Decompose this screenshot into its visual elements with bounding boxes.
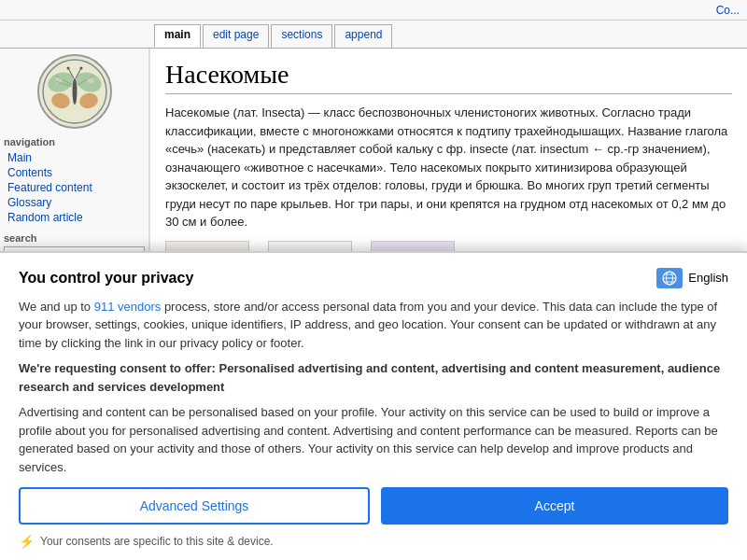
tab-edit-page[interactable]: edit page xyxy=(203,24,269,48)
article-body: Насекомые (лат. Insecta) — класс беспозв… xyxy=(165,104,732,231)
tab-main[interactable]: main xyxy=(154,24,201,48)
vendors-link[interactable]: 911 vendors xyxy=(94,300,162,314)
nav-random-article[interactable]: Random article xyxy=(4,210,145,225)
logo-area xyxy=(4,54,145,129)
privacy-overlay: You control your privacy English We and … xyxy=(0,251,747,561)
privacy-title: You control your privacy xyxy=(19,270,193,287)
privacy-footer: ⚡ Your consents are specific to this sit… xyxy=(19,534,728,549)
nav-glossary[interactable]: Glossary xyxy=(4,195,145,210)
globe-icon xyxy=(656,268,683,288)
article-title: Насекомые xyxy=(165,60,732,94)
nav-contents[interactable]: Contents xyxy=(4,165,145,180)
tab-sections[interactable]: sections xyxy=(271,24,332,48)
site-logo xyxy=(37,54,112,129)
tab-append[interactable]: append xyxy=(334,24,392,48)
top-bar: Co... xyxy=(0,0,747,21)
logo-svg xyxy=(42,59,107,124)
accept-button[interactable]: Accept xyxy=(381,487,728,525)
privacy-body: We and up to 911 vendors process, store … xyxy=(19,298,728,477)
svg-point-11 xyxy=(79,67,82,70)
privacy-para2: We're requesting consent to offer: Perso… xyxy=(19,359,728,396)
axiom-icon: ⚡ xyxy=(19,534,35,549)
svg-point-1 xyxy=(72,78,77,105)
privacy-para3: Advertising and content can be personali… xyxy=(19,403,728,476)
privacy-header: You control your privacy English xyxy=(19,268,728,288)
language-label: English xyxy=(688,271,728,285)
privacy-buttons: Advanced Settings Accept xyxy=(19,487,728,525)
svg-point-10 xyxy=(66,67,69,70)
privacy-footer-text: Your consents are specific to this site … xyxy=(40,535,274,548)
nav-featured-content[interactable]: Featured content xyxy=(4,180,145,195)
top-link[interactable]: Co... xyxy=(716,4,740,17)
privacy-para1: We and up to 911 vendors process, store … xyxy=(19,298,728,353)
search-section-title: search xyxy=(4,232,145,244)
tab-bar: main edit page sections append xyxy=(0,21,747,49)
navigation-section-title: navigation xyxy=(4,136,145,147)
privacy-para2-title: We're requesting consent to offer: Perso… xyxy=(19,361,720,394)
language-selector[interactable]: English xyxy=(656,268,728,288)
advanced-settings-button[interactable]: Advanced Settings xyxy=(19,487,370,525)
nav-main[interactable]: Main xyxy=(4,150,145,165)
